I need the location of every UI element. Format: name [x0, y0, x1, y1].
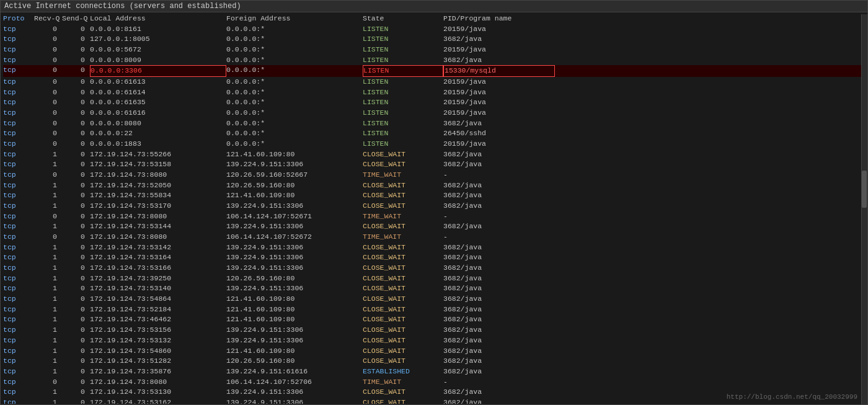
cell-state: LISTEN [363, 118, 443, 129]
cell-state: ESTABLISHED [363, 367, 443, 377]
cell-state: LISTEN [363, 139, 443, 149]
cell-local: 0.0.0.0:5672 [90, 45, 226, 55]
cell-local: 0.0.0.0:61616 [90, 108, 226, 118]
cell-foreign: 0.0.0.0:* [226, 118, 363, 129]
cell-pid: 3682/java [443, 274, 555, 284]
cell-state: CLOSE_WAIT [363, 325, 443, 336]
cell-recv: 0 [34, 377, 62, 388]
cell-local: 172.19.124.73:54864 [90, 294, 226, 305]
table-row: tcp10172.19.124.73:46462121.41.60.109:80… [3, 314, 865, 325]
cell-proto: tcp [3, 45, 34, 55]
table-row: tcp00172.19.124.73:8080120.26.59.160:526… [3, 170, 865, 180]
cell-recv: 1 [34, 252, 62, 263]
cell-local: 172.19.124.73:53130 [90, 387, 226, 398]
cell-recv: 1 [34, 387, 62, 398]
scrollbar[interactable] [861, 14, 867, 405]
cell-state: CLOSE_WAIT [363, 314, 443, 325]
cell-pid: 3682/java [443, 367, 555, 377]
cell-recv: 0 [34, 108, 62, 118]
cell-state: CLOSE_WAIT [363, 283, 443, 294]
cell-recv: 1 [34, 263, 62, 274]
cell-recv: 0 [34, 45, 62, 55]
cell-foreign: 139.224.9.151:3306 [226, 387, 363, 398]
cell-local: 127.0.0.1:8005 [90, 34, 226, 45]
cell-recv: 1 [34, 325, 62, 336]
cell-send: 0 [62, 170, 90, 180]
cell-local: 172.19.124.73:35876 [90, 367, 226, 377]
cell-recv: 1 [34, 243, 62, 253]
cell-pid: 3682/java [443, 305, 555, 315]
cell-local: 0.0.0.0:3306 [90, 65, 226, 77]
cell-local: 172.19.124.73:46462 [90, 314, 226, 325]
cell-local: 172.19.124.73:53132 [90, 336, 226, 346]
cell-state: LISTEN [363, 97, 443, 108]
cell-recv: 1 [34, 190, 62, 201]
cell-pid: 20159/java [443, 97, 555, 108]
cell-local: 172.19.124.73:53162 [90, 398, 226, 404]
header-pid: PID/Program name [443, 14, 555, 24]
cell-foreign: 0.0.0.0:* [226, 55, 363, 66]
cell-local: 0.0.0.0:61613 [90, 77, 226, 87]
cell-pid: 3682/java [443, 55, 555, 66]
cell-foreign: 0.0.0.0:* [226, 34, 363, 45]
cell-send: 0 [62, 45, 90, 55]
header-proto: Proto [3, 14, 34, 24]
cell-foreign: 0.0.0.0:* [226, 139, 363, 149]
cell-local: 172.19.124.73:53164 [90, 252, 226, 263]
cell-local: 172.19.124.73:8080 [90, 211, 226, 222]
table-row: tcp00127.0.0.1:80050.0.0.0:*LISTEN3682/j… [3, 34, 865, 45]
cell-pid: 3682/java [443, 252, 555, 263]
header-send: Send-Q [62, 14, 90, 24]
cell-send: 0 [62, 367, 90, 377]
cell-proto: tcp [3, 128, 34, 139]
cell-state: LISTEN [363, 34, 443, 45]
cell-recv: 1 [34, 367, 62, 377]
cell-foreign: 139.224.9.151:3306 [226, 159, 363, 170]
cell-foreign: 139.224.9.151:61616 [226, 367, 363, 377]
cell-send: 0 [62, 149, 90, 160]
cell-recv: 0 [34, 170, 62, 180]
table-row: tcp10172.19.124.73:55834121.41.60.109:80… [3, 190, 865, 201]
cell-proto: tcp [3, 336, 34, 346]
header-foreign: Foreign Address [226, 14, 363, 24]
cell-recv: 0 [34, 34, 62, 45]
cell-local: 172.19.124.73:52184 [90, 305, 226, 315]
table-row: tcp000.0.0.0:80800.0.0.0:*LISTEN3682/jav… [3, 118, 865, 129]
cell-send: 0 [62, 232, 90, 243]
cell-send: 0 [62, 325, 90, 336]
cell-recv: 1 [34, 201, 62, 211]
cell-send: 0 [62, 24, 90, 35]
cell-recv: 0 [34, 211, 62, 222]
cell-send: 0 [62, 34, 90, 45]
cell-foreign: 120.26.59.160:80 [226, 356, 363, 367]
scrollbar-thumb[interactable] [862, 171, 867, 208]
cell-foreign: 106.14.124.107:52706 [226, 377, 363, 388]
table-row: tcp10172.19.124.73:53132139.224.9.151:33… [3, 336, 865, 346]
cell-recv: 0 [34, 55, 62, 66]
cell-foreign: 139.224.9.151:3306 [226, 283, 363, 294]
terminal-content[interactable]: Proto Recv-Q Send-Q Local Address Foreig… [1, 12, 867, 404]
cell-proto: tcp [3, 77, 34, 87]
cell-send: 0 [62, 65, 90, 77]
cell-proto: tcp [3, 65, 34, 77]
cell-send: 0 [62, 221, 90, 232]
cell-pid: 3682/java [443, 294, 555, 305]
cell-state: CLOSE_WAIT [363, 263, 443, 274]
cell-foreign: 0.0.0.0:* [226, 45, 363, 55]
cell-send: 0 [62, 108, 90, 118]
cell-recv: 0 [34, 65, 62, 77]
cell-send: 0 [62, 314, 90, 325]
cell-pid: 3682/java [443, 221, 555, 232]
cell-pid: 3682/java [443, 159, 555, 170]
cell-send: 0 [62, 356, 90, 367]
cell-send: 0 [62, 243, 90, 253]
cell-state: TIME_WAIT [363, 232, 443, 243]
cell-proto: tcp [3, 87, 34, 98]
cell-proto: tcp [3, 24, 34, 35]
cell-state: TIME_WAIT [363, 211, 443, 222]
cell-send: 0 [62, 274, 90, 284]
cell-foreign: 121.41.60.109:80 [226, 294, 363, 305]
cell-local: 172.19.124.73:8080 [90, 232, 226, 243]
table-row: tcp00172.19.124.73:8080106.14.124.107:52… [3, 211, 865, 222]
cell-local: 172.19.124.73:53170 [90, 201, 226, 211]
